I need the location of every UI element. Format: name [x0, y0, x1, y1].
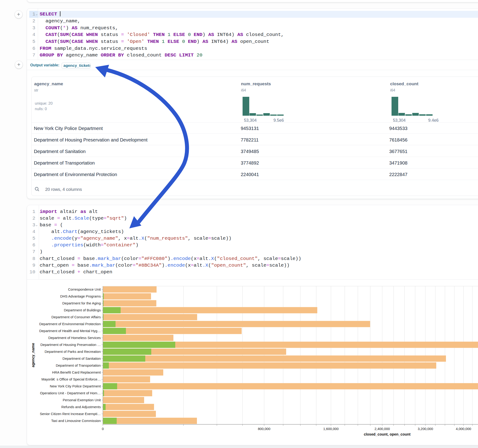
- svg-text:Mayorâ€ s Office of Special En: Mayorâ€ s Office of Special Enforce…: [42, 377, 101, 381]
- svg-text:2,400,000: 2,400,000: [374, 427, 390, 431]
- svg-text:DHS Advantage Programs: DHS Advantage Programs: [60, 294, 101, 298]
- svg-text:Refunds and Adjustments: Refunds and Adjustments: [61, 405, 101, 409]
- svg-text:Department of Housing Preserva: Department of Housing Preservation …: [40, 343, 101, 347]
- svg-text:Department of Parks and Recrea: Department of Parks and Recreation: [45, 350, 101, 354]
- svg-text:Taxi and Limousine Commission: Taxi and Limousine Commission: [51, 419, 101, 423]
- svg-text:Department of Consumer Affairs: Department of Consumer Affairs: [51, 315, 101, 319]
- svg-text:Department of Health and Menta: Department of Health and Mental Hyg…: [39, 329, 101, 333]
- svg-text:Department of Buildings: Department of Buildings: [64, 308, 101, 312]
- svg-text:New York City Police Departmen: New York City Police Department: [50, 384, 101, 388]
- svg-text:Correspondence Unit: Correspondence Unit: [68, 287, 101, 291]
- svg-text:Department of Homeless Service: Department of Homeless Services: [48, 336, 101, 340]
- svg-text:Department for the Aging: Department for the Aging: [62, 301, 101, 305]
- svg-text:1,600,000: 1,600,000: [323, 427, 339, 431]
- svg-text:Senior Citizen Rent Increase E: Senior Citizen Rent Increase Exempti…: [40, 412, 101, 416]
- svg-text:Operations Unit - Department o: Operations Unit - Department of Hom…: [40, 391, 101, 395]
- svg-text:0: 0: [102, 427, 104, 431]
- svg-text:Department of Transportation: Department of Transportation: [56, 363, 101, 367]
- svg-text:Department of Sanitation: Department of Sanitation: [63, 356, 101, 361]
- svg-text:agency_name: agency_name: [31, 343, 35, 367]
- svg-text:closed_count, open_count: closed_count, open_count: [364, 432, 411, 436]
- svg-text:Department of Environmental Pr: Department of Environmental Protection: [39, 322, 101, 326]
- svg-text:HRA Benefit Card Replacement: HRA Benefit Card Replacement: [52, 370, 101, 374]
- svg-text:800,000: 800,000: [258, 427, 270, 431]
- svg-text:4,000,000: 4,000,000: [456, 427, 471, 431]
- svg-text:3,200,000: 3,200,000: [418, 427, 433, 431]
- svg-text:Personal Exemption Unit: Personal Exemption Unit: [63, 398, 101, 402]
